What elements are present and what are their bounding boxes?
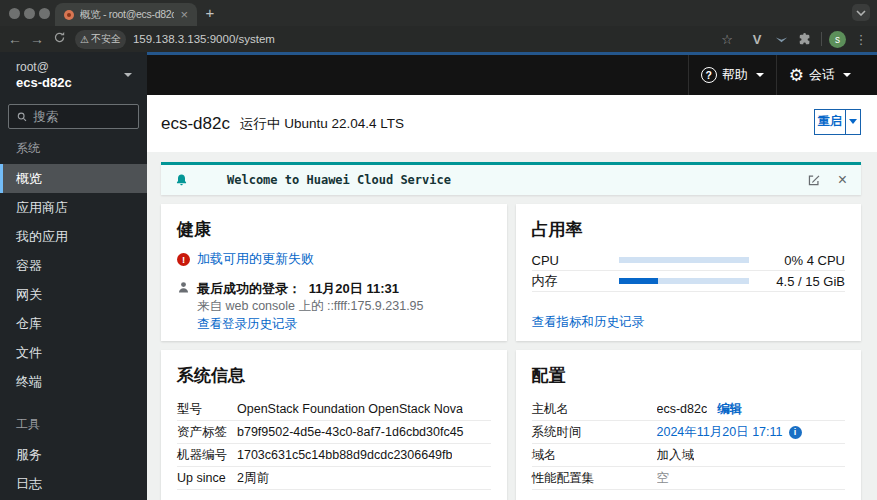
edit-hostname-link[interactable]: 编辑 <box>717 401 742 418</box>
nav-item-gateway[interactable]: 网关 <box>0 280 147 309</box>
reload-button[interactable] <box>48 31 70 47</box>
window-controls <box>9 8 52 19</box>
bell-icon <box>175 173 188 187</box>
page-header: ecs-d82c 运行中 Ubuntu 22.04.4 LTS 重启 <box>147 95 877 152</box>
nav-item-my-apps[interactable]: 我的应用 <box>0 222 147 251</box>
nav-item-overview[interactable]: 概览 <box>0 164 147 193</box>
nav-section-system: 系统 <box>0 131 147 164</box>
nav-item-services[interactable]: 服务 <box>0 440 147 469</box>
security-label: 不安全 <box>91 32 121 46</box>
sidebar-search-wrap <box>0 97 147 129</box>
hostname-row: 主机名 ecs-d82c 编辑 <box>532 398 846 421</box>
host-switcher[interactable]: root@ ecs-d82c <box>0 52 147 97</box>
last-login-label: 最后成功的登录： <box>197 281 301 296</box>
memory-value: 4.5 / 15 GiB <box>749 274 846 289</box>
extensions-puzzle-button[interactable] <box>793 32 817 46</box>
nav-item-containers[interactable]: 容器 <box>0 251 147 280</box>
cpu-progress <box>619 257 749 263</box>
login-history-link[interactable]: 查看登录历史记录 <box>197 317 297 331</box>
bookmark-star-icon[interactable]: ☆ <box>715 32 739 47</box>
sidebar: root@ ecs-d82c 系统 概览 应用商店 我的应用 容器 网关 仓库 … <box>0 52 147 500</box>
motd-message: Welcome to Huawei Cloud Service <box>227 173 451 187</box>
sidebar-searchbox[interactable] <box>8 104 139 129</box>
tab-search-button[interactable] <box>852 4 870 21</box>
memory-label: 内存 <box>532 272 619 290</box>
page-content: Welcome to Huawei Cloud Service × 健康 ! 加… <box>147 152 877 500</box>
machine-id-row: 机器编号 1703c631c5c14bb88d9dcdc2306649fb <box>177 444 491 467</box>
last-login-from: 来自 web console 上的 ::ffff:175.9.231.95 <box>197 298 424 315</box>
help-menu[interactable]: ? 帮助 <box>688 55 776 95</box>
cpu-row: CPU 0% 4 CPU <box>532 250 846 271</box>
usage-title: 占用率 <box>532 220 846 240</box>
browser-tab[interactable]: 概览 - root@ecs-d82c × <box>55 3 197 26</box>
session-caret-icon <box>843 73 851 77</box>
cards-row-2: 系统信息 型号 OpenStack Foundation OpenStack N… <box>161 350 861 500</box>
toolbar-separator <box>821 32 822 46</box>
new-tab-button[interactable]: + <box>202 4 218 22</box>
back-button[interactable]: ← <box>4 31 26 47</box>
restart-button[interactable]: 重启 <box>814 109 846 135</box>
cpu-label: CPU <box>532 253 619 268</box>
window-minimize-button[interactable] <box>24 8 35 19</box>
window-close-button[interactable] <box>9 8 20 19</box>
gear-icon: ⚙ <box>789 67 804 84</box>
perf-profile-row: 性能配置集 空 <box>532 467 846 490</box>
memory-row: 内存 4.5 / 15 GiB <box>532 271 846 292</box>
url-text[interactable]: 159.138.3.135:9000/system <box>133 33 715 45</box>
warning-icon: ⚠ <box>80 34 89 45</box>
nav-section-tools: 工具 <box>0 407 147 440</box>
model-row: 型号 OpenStack Foundation OpenStack Nova <box>177 398 491 421</box>
motd-alert: Welcome to Huawei Cloud Service × <box>161 162 861 195</box>
host-name: ecs-d82c <box>16 75 137 91</box>
error-icon: ! <box>177 253 190 266</box>
chevron-down-icon <box>856 10 866 16</box>
extension-v-icon[interactable]: V <box>745 32 769 47</box>
masthead: ? 帮助 ⚙ 会话 <box>147 52 877 95</box>
help-label: 帮助 <box>722 66 748 84</box>
forward-button[interactable]: → <box>26 31 48 47</box>
nav-item-terminal[interactable]: 终端 <box>0 367 147 396</box>
tab-close-icon[interactable]: × <box>180 8 188 21</box>
domain-row: 域名 加入域 <box>532 444 846 467</box>
extension-wing-icon[interactable] <box>769 33 793 46</box>
search-input[interactable] <box>33 110 130 124</box>
alert-close-icon[interactable]: × <box>838 172 847 188</box>
system-info-card: 系统信息 型号 OpenStack Foundation OpenStack N… <box>161 350 507 500</box>
system-info-title: 系统信息 <box>177 366 491 386</box>
main-area: ? 帮助 ⚙ 会话 ecs-d82c 运行中 Ubuntu 22.04.4 LT… <box>147 52 877 500</box>
config-card: 配置 主机名 ecs-d82c 编辑 系统时间 2024年11月20日 17:1… <box>516 350 862 500</box>
profile-avatar[interactable]: s <box>829 31 846 48</box>
help-caret-icon <box>756 73 764 77</box>
browser-tab-bar: 概览 - root@ecs-d82c × + <box>0 0 877 26</box>
tab-title: 概览 - root@ecs-d82c <box>80 8 174 22</box>
nav-item-repository[interactable]: 仓库 <box>0 309 147 338</box>
window-zoom-button[interactable] <box>39 8 50 19</box>
help-icon: ? <box>701 67 717 83</box>
search-icon <box>17 111 27 123</box>
host-user: root@ <box>16 60 137 75</box>
join-domain-link[interactable]: 加入域 <box>657 447 695 464</box>
edit-motd-icon[interactable] <box>807 173 821 187</box>
metrics-link[interactable]: 查看指标和历史记录 <box>532 315 645 329</box>
config-table: 主机名 ecs-d82c 编辑 系统时间 2024年11月20日 17:11 i… <box>532 398 846 490</box>
system-info-table: 型号 OpenStack Foundation OpenStack Nova 资… <box>177 398 491 490</box>
usage-card: 占用率 CPU 0% 4 CPU 内存 4.5 / 15 GiB <box>516 204 862 341</box>
nav-item-app-store[interactable]: 应用商店 <box>0 193 147 222</box>
session-menu[interactable]: ⚙ 会话 <box>776 55 877 95</box>
update-error-link[interactable]: 加载可用的更新失败 <box>197 250 314 268</box>
security-chip[interactable]: ⚠不安全 <box>75 30 126 49</box>
last-login-time: 11月20日 11:31 <box>309 281 399 296</box>
host-caret-icon <box>124 73 132 77</box>
tab-favicon-icon <box>64 10 74 20</box>
restart-dropdown-button[interactable] <box>846 109 861 135</box>
nav-item-files[interactable]: 文件 <box>0 338 147 367</box>
wing-icon <box>775 33 788 46</box>
browser-menu-button[interactable]: ⋮ <box>849 32 873 47</box>
restart-caret-icon <box>849 119 857 124</box>
system-time-link[interactable]: 2024年11月20日 17:11 <box>657 424 783 441</box>
session-label: 会话 <box>809 66 835 84</box>
uptime-row: Up since 2周前 <box>177 467 491 490</box>
health-title: 健康 <box>177 220 491 240</box>
info-icon[interactable]: i <box>789 426 802 439</box>
nav-item-logs[interactable]: 日志 <box>0 469 147 498</box>
